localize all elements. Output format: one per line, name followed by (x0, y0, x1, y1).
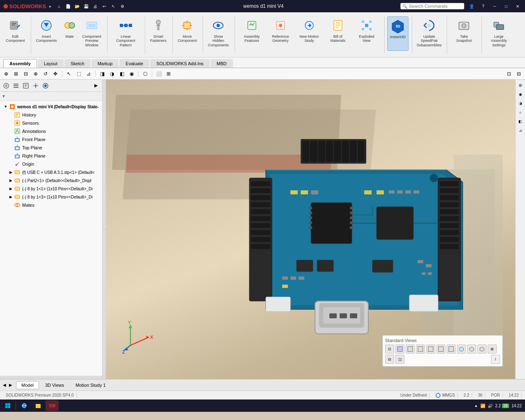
panel-expand-btn[interactable]: ▶ (91, 81, 100, 90)
exploded-view-btn[interactable]: Exploded View (352, 16, 381, 51)
select-btn[interactable]: ↖ (64, 69, 73, 78)
tree-root[interactable]: ▼ wemos d1 mini V4 (Default<Display Stat… (2, 103, 100, 111)
sv-bottom[interactable] (447, 345, 456, 354)
realview[interactable]: ◉ (516, 90, 525, 98)
user-btn[interactable]: 👤 (468, 2, 476, 10)
rotate-btn[interactable]: ↺ (41, 69, 50, 78)
origin-expand[interactable] (8, 162, 13, 167)
sv-iso[interactable] (457, 345, 466, 354)
root-expand[interactable]: ▼ (3, 104, 8, 109)
usb-c-expand[interactable]: ▶ (8, 170, 13, 175)
tree-8by1x1[interactable]: ▶ (-) 8 by 1<1> (1x10 Pins<<Default>_Di (2, 185, 100, 193)
show-hidden-btn[interactable]: ShowHiddenComponents (205, 16, 231, 51)
annotations-expand[interactable] (8, 129, 13, 134)
expand-btn[interactable]: ⊡ (504, 69, 514, 78)
window-btn[interactable]: ⬜ (154, 69, 163, 78)
tree-mates[interactable]: Mates (2, 201, 100, 209)
front-plane-expand[interactable] (8, 137, 13, 142)
collapse-strip[interactable]: ⋮ (103, 80, 106, 379)
panel-assembly-btn[interactable] (2, 81, 11, 90)
new-btn[interactable]: 📄 (64, 2, 72, 10)
sv-2vert[interactable]: ◫ (395, 355, 404, 364)
measure-btn[interactable]: ⊿ (84, 69, 93, 78)
zoom-fit-btn[interactable]: ⊞ (11, 69, 21, 78)
display-style-btn[interactable]: ◨ (98, 69, 107, 78)
mate-btn[interactable]: Mate (59, 16, 80, 51)
move-component-btn[interactable]: MoveComponent (175, 16, 199, 51)
open-btn[interactable]: 📂 (73, 2, 81, 10)
btab-3dviews[interactable]: 3D Views (40, 381, 69, 389)
tab-markup[interactable]: Markup (91, 59, 119, 68)
options-btn[interactable]: ⚙ (118, 2, 126, 10)
insert-components-btn[interactable]: InsertComponents (34, 16, 59, 51)
tree-sensors[interactable]: Sensors (2, 119, 100, 127)
part2-expand[interactable]: ▶ (8, 178, 13, 183)
tree-top-plane[interactable]: Top Plane (2, 144, 100, 152)
windows-btn[interactable] (2, 400, 14, 411)
perspective[interactable]: ◧ (516, 117, 525, 126)
tree-front-plane[interactable]: Front Plane (2, 135, 100, 144)
sv-top[interactable] (436, 345, 445, 354)
instant3d-btn[interactable]: 3D Instant3D (387, 16, 409, 51)
search-box[interactable]: 🔍 (400, 3, 464, 9)
tab-evaluate[interactable]: Evaluate (119, 59, 149, 68)
sensors-expand[interactable] (8, 121, 13, 126)
view-heads-up[interactable]: ⊞ (516, 81, 525, 89)
ambient[interactable]: ☼ (516, 108, 525, 116)
bill-of-materials-btn[interactable]: Bill of Materials (324, 16, 352, 51)
sv-2horiz[interactable]: ⊟ (385, 355, 394, 364)
edit-component-btn[interactable]: EditComponent (3, 16, 27, 51)
help-btn[interactable]: ? (479, 2, 487, 10)
8by1x3-expand[interactable]: ▶ (8, 194, 13, 199)
sv-trimetric[interactable] (477, 345, 486, 354)
section-btn[interactable]: ◧ (117, 69, 126, 78)
tree-history[interactable]: History (2, 111, 100, 119)
tab-layout[interactable]: Layout (38, 59, 64, 68)
sv-single[interactable]: ⊞ (488, 345, 497, 354)
sv-dimetric[interactable] (467, 345, 476, 354)
take-snapshot-btn[interactable]: Take Snapshot (450, 16, 478, 51)
tab-left-arrow[interactable]: ◀ (2, 382, 7, 388)
tree-part2[interactable]: ▶ (-) Part2<1> (Default<<Default>_Displ (2, 176, 100, 185)
pan-btn[interactable]: ✥ (51, 69, 60, 78)
assembly-features-btn[interactable]: Assembly Features (237, 16, 266, 51)
tree-origin[interactable]: Origin (2, 160, 100, 168)
8by1x1-expand[interactable]: ▶ (8, 186, 13, 191)
sv-close[interactable]: / (491, 355, 500, 364)
cursor-btn[interactable]: ↖ (109, 2, 117, 10)
search-input[interactable] (409, 4, 462, 9)
home-btn[interactable]: ⌂ (55, 2, 63, 10)
save-btn[interactable]: 💾 (82, 2, 90, 10)
tab-sketch[interactable]: Sketch (64, 59, 91, 68)
top-plane-expand[interactable] (8, 145, 13, 150)
view3d-btn[interactable]: ⬡ (141, 69, 150, 78)
shadows[interactable]: ◑ (516, 99, 525, 107)
tab-assembly[interactable]: Assembly (3, 59, 37, 68)
sv-front[interactable] (395, 345, 404, 354)
taskbar-solidworks[interactable]: SW (46, 400, 59, 411)
reference-geometry-btn[interactable]: Reference Geometry (266, 16, 295, 51)
tab-solidworks-addins[interactable]: SOLIDWORKS Add-Ins (150, 59, 210, 68)
maximize-btn[interactable]: □ (502, 2, 510, 10)
panel-origin-btn[interactable] (31, 81, 40, 90)
sv-back[interactable] (406, 345, 415, 354)
panel-resize-handle[interactable]: ⋯ (0, 376, 102, 379)
box-select-btn[interactable]: ⬚ (74, 69, 83, 78)
tree-annotations[interactable]: Annotations (2, 127, 100, 135)
update-speedpak-btn[interactable]: Update SpeedPak Subassemblies (415, 16, 443, 51)
sv-right[interactable] (426, 345, 435, 354)
sv-normal-to[interactable]: ⊡ (385, 345, 394, 354)
section-view[interactable]: ⊿ (516, 126, 525, 135)
sv-left[interactable] (416, 345, 425, 354)
btab-model[interactable]: Model (16, 381, 39, 389)
undo-btn[interactable]: ↩ (100, 2, 108, 10)
btab-motion-study[interactable]: Motion Study 1 (70, 381, 111, 389)
large-assembly-btn[interactable]: Large Assembly Settings (484, 16, 513, 51)
panel-list-btn[interactable] (11, 81, 21, 90)
new-motion-study-btn[interactable]: New Motion Study (295, 16, 324, 51)
restore-btn[interactable]: ⊞ (164, 69, 173, 78)
right-plane-expand[interactable] (8, 153, 13, 158)
tree-usb-c[interactable]: ▶ (f) USB C + USB A 3.1.stp<1> (Default< (2, 168, 100, 176)
history-expand[interactable] (8, 112, 13, 117)
tab-mbd[interactable]: MBD (210, 59, 233, 68)
